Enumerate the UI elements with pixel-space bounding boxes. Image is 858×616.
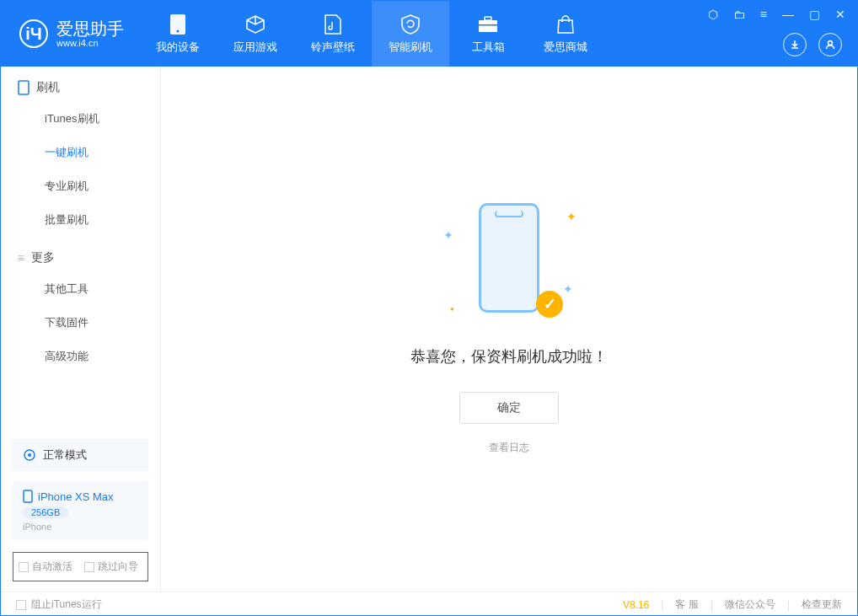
menu-icon[interactable]: ≡ — [757, 6, 770, 23]
tab-my-device[interactable]: 我的设备 — [139, 1, 217, 67]
device-capacity: 256GB — [23, 506, 68, 518]
tab-label: 工具箱 — [472, 40, 505, 55]
svg-point-1 — [177, 30, 180, 33]
checkbox-icon — [19, 562, 29, 572]
version-label: V8.16 — [623, 599, 649, 611]
checkbox-skip-guide[interactable]: 跳过向导 — [84, 560, 138, 574]
device-type: iPhone — [23, 522, 51, 532]
sidebar-section-flash: 刷机 — [1, 67, 160, 102]
sparkle-icon: ✦ — [563, 282, 573, 296]
user-icon — [824, 39, 836, 51]
sidebar: 刷机 iTunes刷机 一键刷机 专业刷机 批量刷机 ≡ 更多 其他工具 下载固… — [1, 67, 161, 592]
tab-label: 爱思商城 — [544, 40, 587, 55]
phone-small-icon — [23, 490, 33, 503]
svg-rect-6 — [19, 81, 29, 94]
download-button[interactable] — [783, 33, 807, 56]
svg-point-8 — [28, 453, 31, 457]
tab-label: 铃声壁纸 — [311, 40, 355, 55]
status-dot-icon — [23, 448, 36, 462]
phone-illustration-icon — [479, 203, 539, 313]
cube-icon — [244, 13, 267, 36]
body: 刷机 iTunes刷机 一键刷机 专业刷机 批量刷机 ≡ 更多 其他工具 下载固… — [1, 67, 857, 592]
user-button[interactable] — [818, 33, 842, 56]
tab-apps-games[interactable]: 应用游戏 — [217, 1, 294, 67]
shield-refresh-icon — [399, 13, 422, 36]
tab-store[interactable]: 爱思商城 — [527, 1, 604, 67]
close-button[interactable]: ✕ — [832, 6, 849, 23]
result-title: 恭喜您，保资料刷机成功啦！ — [410, 346, 608, 367]
check-badge-icon: ✓ — [536, 291, 563, 318]
logo-icon: iЧ — [19, 19, 48, 48]
maximize-button[interactable]: ▢ — [806, 6, 823, 23]
lock-icon[interactable]: 🗀 — [730, 6, 748, 23]
download-icon — [789, 39, 801, 51]
music-file-icon — [321, 13, 345, 36]
checkbox-icon — [16, 600, 26, 610]
checkbox-icon — [84, 562, 94, 572]
sparkle-icon: ✦ — [443, 228, 453, 242]
sparkle-icon: ● — [450, 305, 454, 313]
wechat-link[interactable]: 微信公众号 — [725, 597, 775, 612]
sidebar-item-download-firmware[interactable]: 下载固件 — [1, 306, 160, 340]
footer: 阻止iTunes运行 V8.16 | 客 服 | 微信公众号 | 检查更新 — [1, 592, 857, 616]
svg-rect-2 — [479, 20, 497, 32]
checkbox-auto-activate[interactable]: 自动激活 — [19, 560, 72, 574]
logo-area: iЧ 爱思助手 www.i4.cn — [1, 1, 139, 67]
app-url: www.i4.cn — [56, 38, 124, 48]
support-link[interactable]: 客 服 — [675, 597, 698, 612]
checkbox-block-itunes[interactable]: 阻止iTunes运行 — [16, 597, 102, 612]
ok-button[interactable]: 确定 — [459, 392, 559, 424]
svg-rect-9 — [24, 490, 32, 502]
nav-tabs: 我的设备 应用游戏 铃声壁纸 智能刷机 工具箱 爱思商城 — [139, 1, 604, 67]
tab-label: 我的设备 — [156, 40, 200, 55]
sidebar-item-batch-flash[interactable]: 批量刷机 — [1, 203, 160, 237]
minimize-button[interactable]: ― — [779, 6, 797, 23]
main-content: ✦ ✦ ● ✦ ✓ 恭喜您，保资料刷机成功啦！ 确定 查看日志 — [161, 67, 857, 592]
tab-label: 智能刷机 — [389, 40, 432, 55]
tab-smart-flash[interactable]: 智能刷机 — [372, 1, 449, 67]
tab-ringtone-wallpaper[interactable]: 铃声壁纸 — [294, 1, 372, 67]
sparkle-icon: ✦ — [566, 210, 576, 223]
svg-point-5 — [829, 41, 833, 46]
bag-icon — [554, 13, 577, 36]
sidebar-item-other-tools[interactable]: 其他工具 — [1, 272, 160, 306]
sidebar-item-advanced[interactable]: 高级功能 — [1, 340, 160, 373]
sidebar-item-oneclick-flash[interactable]: 一键刷机 — [1, 136, 160, 169]
flash-options-highlighted: 自动激活 跳过向导 — [13, 552, 148, 581]
footer-right: V8.16 | 客 服 | 微信公众号 | 检查更新 — [623, 597, 842, 612]
svg-rect-4 — [479, 24, 497, 26]
tab-toolbox[interactable]: 工具箱 — [449, 1, 527, 67]
shirt-icon[interactable]: ⬡ — [705, 6, 721, 23]
list-icon: ≡ — [18, 251, 24, 265]
svg-rect-3 — [485, 17, 491, 20]
success-illustration: ✦ ✦ ● ✦ ✓ — [458, 203, 560, 329]
check-update-link[interactable]: 检查更新 — [802, 597, 842, 612]
view-log-link[interactable]: 查看日志 — [489, 441, 529, 455]
header-actions — [783, 33, 842, 56]
tab-label: 应用游戏 — [233, 40, 277, 55]
window-controls: ⬡ 🗀 ≡ ― ▢ ✕ — [705, 6, 849, 23]
device-mode: 正常模式 — [43, 447, 87, 463]
device-info-card[interactable]: iPhone XS Max 256GB iPhone — [13, 481, 148, 540]
device-icon — [18, 80, 29, 95]
device-name: iPhone XS Max — [38, 490, 114, 503]
app-name: 爱思助手 — [56, 19, 124, 38]
sidebar-item-pro-flash[interactable]: 专业刷机 — [1, 169, 160, 203]
phone-icon — [166, 13, 190, 36]
sidebar-section-more: ≡ 更多 — [1, 237, 160, 272]
header: iЧ 爱思助手 www.i4.cn 我的设备 应用游戏 铃声壁纸 智能刷机 工具… — [1, 1, 857, 67]
device-mode-card[interactable]: 正常模式 — [13, 439, 148, 471]
sidebar-item-itunes-flash[interactable]: iTunes刷机 — [1, 102, 160, 136]
toolbox-icon — [476, 13, 500, 36]
